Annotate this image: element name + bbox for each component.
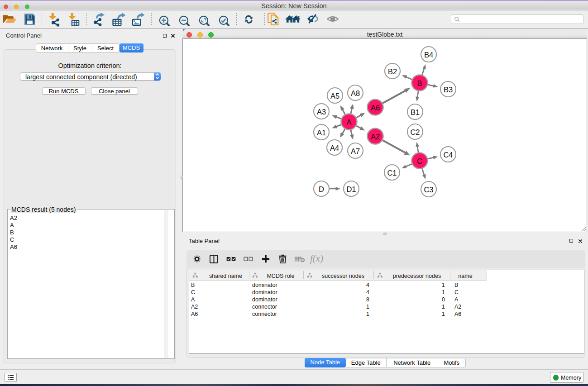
svg-text:B3: B3 <box>444 86 453 94</box>
svg-text:C: C <box>417 157 422 165</box>
svg-text:A8: A8 <box>351 89 360 97</box>
svg-text:C3: C3 <box>424 186 433 194</box>
svg-text:A4: A4 <box>330 144 339 152</box>
svg-text:A7: A7 <box>351 147 360 155</box>
svg-text:D1: D1 <box>346 185 356 193</box>
svg-text:C2: C2 <box>410 128 420 136</box>
svg-text:A1: A1 <box>317 129 326 137</box>
svg-text:A3: A3 <box>317 108 326 116</box>
svg-text:B2: B2 <box>388 67 397 76</box>
svg-text:B1: B1 <box>411 108 420 116</box>
svg-text:B: B <box>417 79 422 87</box>
svg-text:A2: A2 <box>371 133 380 141</box>
svg-text:D: D <box>319 185 324 193</box>
svg-text:A: A <box>346 118 351 126</box>
svg-text:B4: B4 <box>424 51 433 59</box>
svg-text:C1: C1 <box>387 169 397 177</box>
svg-text:C4: C4 <box>443 151 453 159</box>
svg-text:A6: A6 <box>371 104 380 112</box>
svg-text:A5: A5 <box>330 92 339 100</box>
